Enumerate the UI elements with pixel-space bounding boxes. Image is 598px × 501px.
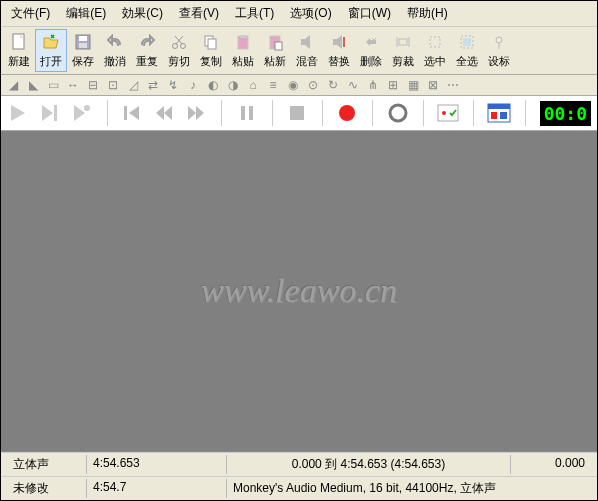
effect-icon-13[interactable]: ⌂ — [245, 77, 261, 93]
menu-help[interactable]: 帮助(H) — [401, 3, 454, 24]
effect-icon-8[interactable]: ⇄ — [145, 77, 161, 93]
markers-button[interactable]: 设标 — [483, 30, 515, 71]
svg-rect-11 — [275, 42, 282, 50]
redo-button[interactable]: 重复 — [131, 30, 163, 71]
forward-button[interactable] — [185, 100, 207, 126]
svg-rect-2 — [79, 36, 87, 41]
effects-toolbar: ◢ ◣ ▭ ↔ ⊟ ⊡ ◿ ⇄ ↯ ♪ ◐ ◑ ⌂ ≡ ◉ ⊙ ↻ ∿ ⋔ ⊞ … — [1, 75, 597, 96]
save-disk-icon — [73, 32, 93, 52]
effect-icon-22[interactable]: ⊠ — [425, 77, 441, 93]
mix-icon — [297, 32, 317, 52]
undo-icon — [105, 32, 125, 52]
watermark-text: www.leawo.cn — [201, 272, 397, 310]
trim-label: 剪裁 — [392, 54, 414, 69]
mix-button[interactable]: 混音 — [291, 30, 323, 71]
window-button[interactable] — [487, 100, 511, 126]
status-position: 0.000 — [511, 455, 591, 474]
effect-icon-10[interactable]: ♪ — [185, 77, 201, 93]
effect-icon-16[interactable]: ⊙ — [305, 77, 321, 93]
paste-icon — [233, 32, 253, 52]
copy-icon — [201, 32, 221, 52]
play-end-button[interactable] — [39, 100, 61, 126]
replace-button[interactable]: 替换 — [323, 30, 355, 71]
menu-view[interactable]: 查看(V) — [173, 3, 225, 24]
menu-options[interactable]: 选项(O) — [284, 3, 337, 24]
effect-icon-4[interactable]: ↔ — [65, 77, 81, 93]
effect-icon-19[interactable]: ⋔ — [365, 77, 381, 93]
effect-icon-23[interactable]: ⋯ — [445, 77, 461, 93]
markers-label: 设标 — [488, 54, 510, 69]
record-alt-button[interactable] — [387, 100, 409, 126]
redo-icon — [137, 32, 157, 52]
copy-button[interactable]: 复制 — [195, 30, 227, 71]
play-button[interactable] — [7, 100, 29, 126]
effect-icon-14[interactable]: ≡ — [265, 77, 281, 93]
new-file-icon — [9, 32, 29, 52]
menu-file[interactable]: 文件(F) — [5, 3, 56, 24]
paste-new-button[interactable]: 粘新 — [259, 30, 291, 71]
svg-rect-15 — [463, 38, 471, 46]
effect-icon-20[interactable]: ⊞ — [385, 77, 401, 93]
effect-icon-6[interactable]: ⊡ — [105, 77, 121, 93]
effect-icon-2[interactable]: ◣ — [25, 77, 41, 93]
menu-edit[interactable]: 编辑(E) — [60, 3, 112, 24]
effect-icon-18[interactable]: ∿ — [345, 77, 361, 93]
main-toolbar: 新建 打开 保存 撤消 重复 剪切 复制 粘贴 粘新 混音 替换 删除 剪裁 选… — [1, 27, 597, 75]
effect-icon-1[interactable]: ◢ — [5, 77, 21, 93]
open-label: 打开 — [40, 54, 62, 69]
copy-label: 复制 — [200, 54, 222, 69]
effect-icon-7[interactable]: ◿ — [125, 77, 141, 93]
svg-rect-13 — [430, 37, 440, 47]
svg-point-4 — [173, 44, 178, 49]
select-all-button[interactable]: 全选 — [451, 30, 483, 71]
effect-icon-15[interactable]: ◉ — [285, 77, 301, 93]
svg-rect-20 — [241, 106, 245, 120]
waveform-canvas[interactable]: www.leawo.cn — [1, 131, 597, 451]
status-bar: 立体声 4:54.653 0.000 到 4:54.653 (4:54.653)… — [1, 451, 597, 500]
svg-rect-30 — [500, 112, 507, 119]
replace-label: 替换 — [328, 54, 350, 69]
save-label: 保存 — [72, 54, 94, 69]
select-label: 选中 — [424, 54, 446, 69]
effect-icon-3[interactable]: ▭ — [45, 77, 61, 93]
effect-icon-5[interactable]: ⊟ — [85, 77, 101, 93]
cut-button[interactable]: 剪切 — [163, 30, 195, 71]
stop-button[interactable] — [286, 100, 308, 126]
pause-button[interactable] — [236, 100, 258, 126]
status-channels: 立体声 — [7, 455, 87, 474]
svg-point-5 — [181, 44, 186, 49]
svg-rect-21 — [249, 106, 253, 120]
menu-tools[interactable]: 工具(T) — [229, 3, 280, 24]
svg-point-23 — [339, 105, 355, 121]
svg-rect-0 — [13, 34, 24, 49]
svg-rect-25 — [438, 105, 458, 121]
effect-icon-21[interactable]: ▦ — [405, 77, 421, 93]
effect-icon-12[interactable]: ◑ — [225, 77, 241, 93]
open-button[interactable]: 打开 — [35, 29, 67, 72]
menu-effects[interactable]: 効果(C) — [116, 3, 169, 24]
effect-icon-11[interactable]: ◐ — [205, 77, 221, 93]
open-folder-icon — [41, 32, 61, 52]
trim-button[interactable]: 剪裁 — [387, 30, 419, 71]
select-button[interactable]: 选中 — [419, 30, 451, 71]
effect-icon-9[interactable]: ↯ — [165, 77, 181, 93]
cut-label: 剪切 — [168, 54, 190, 69]
save-button[interactable]: 保存 — [67, 30, 99, 71]
new-label: 新建 — [8, 54, 30, 69]
svg-rect-17 — [54, 105, 57, 121]
play-loop-button[interactable] — [71, 100, 93, 126]
delete-button[interactable]: 删除 — [355, 30, 387, 71]
menu-window[interactable]: 窗口(W) — [342, 3, 397, 24]
check-button[interactable] — [437, 100, 459, 126]
new-button[interactable]: 新建 — [3, 30, 35, 71]
undo-label: 撤消 — [104, 54, 126, 69]
record-button[interactable] — [336, 100, 358, 126]
transport-toolbar: 00:0 — [1, 96, 597, 131]
undo-button[interactable]: 撤消 — [99, 30, 131, 71]
select-all-label: 全选 — [456, 54, 478, 69]
svg-rect-29 — [491, 112, 497, 119]
skip-start-button[interactable] — [121, 100, 143, 126]
paste-button[interactable]: 粘贴 — [227, 30, 259, 71]
effect-icon-17[interactable]: ↻ — [325, 77, 341, 93]
rewind-button[interactable] — [153, 100, 175, 126]
